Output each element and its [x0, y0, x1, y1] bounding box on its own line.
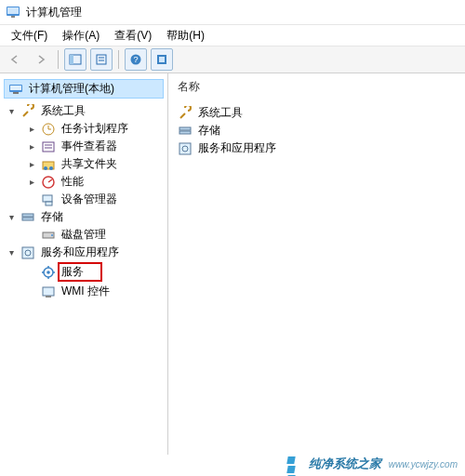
nav-back-button	[4, 48, 26, 71]
tree-root[interactable]: 计算机管理(本地)	[4, 79, 164, 99]
svg-rect-16	[43, 142, 54, 152]
svg-point-20	[44, 166, 47, 170]
menu-action[interactable]: 操作(A)	[55, 26, 107, 46]
svg-rect-4	[70, 55, 73, 64]
toolbar-separator	[118, 50, 119, 69]
svg-rect-37	[43, 287, 54, 296]
svg-point-28	[51, 234, 53, 236]
device-icon	[41, 192, 56, 207]
svg-rect-40	[179, 131, 191, 134]
tree-performance[interactable]: ▸ 性能	[2, 173, 166, 191]
empty-expander	[26, 194, 37, 205]
svg-point-21	[49, 166, 53, 170]
svg-point-32	[46, 271, 50, 274]
svg-rect-1	[7, 7, 19, 14]
nav-forward-button	[30, 48, 52, 71]
list-item[interactable]: 系统工具	[178, 104, 456, 122]
list-item[interactable]: 存储	[178, 122, 456, 139]
toolbar-separator	[58, 50, 59, 69]
svg-text:?: ?	[133, 55, 138, 64]
tree-label: 任务计划程序	[60, 121, 130, 137]
tree-services-apps[interactable]: ▾ 服务和应用程序	[2, 244, 166, 261]
list-item-label: 存储	[198, 123, 220, 139]
tree-label: 存储	[39, 209, 65, 225]
storage-icon	[178, 124, 193, 139]
chevron-down-icon[interactable]: ▾	[6, 106, 17, 117]
svg-rect-2	[11, 16, 15, 18]
svg-rect-13	[10, 86, 21, 90]
tree-event-viewer[interactable]: ▸ 事件查看器	[2, 138, 166, 155]
clock-icon	[41, 122, 56, 137]
watermark-logo-icon	[286, 456, 303, 472]
storage-icon	[20, 210, 35, 225]
chevron-right-icon[interactable]: ▸	[26, 177, 37, 188]
tree-pane: 计算机管理(本地) ▾ 系统工具 ▸ 任务计划程序 ▸ 事件查看器 ▸ 共享文件…	[0, 73, 168, 455]
tree-wmi-control[interactable]: WMI 控件	[2, 283, 166, 300]
svg-rect-29	[22, 247, 33, 258]
tree-device-manager[interactable]: 设备管理器	[2, 191, 166, 208]
svg-rect-5	[97, 55, 106, 64]
work-area: 计算机管理(本地) ▾ 系统工具 ▸ 任务计划程序 ▸ 事件查看器 ▸ 共享文件…	[0, 73, 465, 455]
toolbar: ?	[0, 46, 465, 73]
disk-icon	[41, 228, 56, 243]
wmi-icon	[41, 284, 56, 299]
tree-services-label: 服务	[58, 262, 102, 282]
menu-bar: 文件(F) 操作(A) 查看(V) 帮助(H)	[0, 25, 465, 46]
tree-services[interactable]: 服务	[2, 261, 166, 283]
tree-label: 性能	[60, 174, 86, 190]
chevron-right-icon[interactable]: ▸	[26, 124, 37, 135]
tree-label: 共享文件夹	[60, 156, 119, 172]
empty-expander	[26, 267, 37, 278]
tree-task-scheduler[interactable]: ▸ 任务计划程序	[2, 120, 166, 138]
tree-storage[interactable]: ▾ 存储	[2, 208, 166, 226]
list-pane: 名称 系统工具 存储 服务和应用程序	[168, 73, 465, 455]
chevron-right-icon[interactable]: ▸	[26, 159, 37, 170]
svg-rect-11	[159, 57, 165, 62]
svg-rect-38	[46, 296, 51, 298]
services-apps-icon	[178, 141, 193, 156]
svg-rect-14	[13, 92, 19, 94]
chevron-down-icon[interactable]: ▾	[6, 247, 17, 258]
tree-disk-management[interactable]: 磁盘管理	[2, 226, 166, 244]
tree-root-label: 计算机管理(本地)	[27, 81, 116, 97]
menu-file[interactable]: 文件(F)	[4, 26, 55, 46]
empty-expander	[26, 230, 37, 241]
show-hide-tree-button[interactable]	[64, 48, 86, 71]
chevron-right-icon[interactable]: ▸	[26, 141, 37, 152]
svg-rect-23	[43, 195, 52, 202]
computer-icon	[8, 82, 23, 97]
tree-shared-folders[interactable]: ▸ 共享文件夹	[2, 155, 166, 173]
chevron-down-icon[interactable]: ▾	[6, 212, 17, 223]
performance-icon	[41, 175, 56, 190]
tools-icon	[178, 106, 193, 121]
tools-icon	[20, 104, 35, 119]
window-title: 计算机管理	[26, 5, 82, 20]
menu-view[interactable]: 查看(V)	[107, 26, 159, 46]
tree-label: 事件查看器	[60, 139, 119, 154]
watermark-url: www.ycwjzy.com	[389, 459, 458, 469]
list-item[interactable]: 服务和应用程序	[178, 139, 456, 157]
svg-rect-24	[46, 202, 52, 205]
title-bar: 计算机管理	[0, 0, 465, 25]
properties-button[interactable]	[90, 48, 113, 71]
services-apps-icon	[20, 245, 35, 260]
svg-rect-41	[179, 143, 191, 154]
column-header-name[interactable]: 名称	[178, 79, 456, 95]
refresh-button[interactable]	[151, 48, 173, 71]
tree-label: 服务和应用程序	[39, 245, 121, 260]
tree-label: WMI 控件	[60, 284, 112, 299]
menu-help[interactable]: 帮助(H)	[159, 26, 212, 46]
help-button[interactable]: ?	[125, 48, 147, 71]
tree-label: 系统工具	[39, 103, 87, 119]
list-item-label: 系统工具	[198, 105, 243, 121]
svg-rect-25	[22, 214, 33, 217]
gear-icon	[41, 265, 56, 280]
watermark-text: 纯净系统之家	[309, 456, 381, 470]
empty-expander	[26, 286, 37, 298]
tree-system-tools[interactable]: ▾ 系统工具	[2, 102, 166, 120]
watermark: 纯净系统之家 www.ycwjzy.com	[286, 456, 458, 472]
svg-rect-39	[179, 127, 191, 130]
list-item-label: 服务和应用程序	[198, 140, 276, 156]
event-icon	[41, 139, 56, 154]
tree-label: 设备管理器	[60, 192, 119, 207]
